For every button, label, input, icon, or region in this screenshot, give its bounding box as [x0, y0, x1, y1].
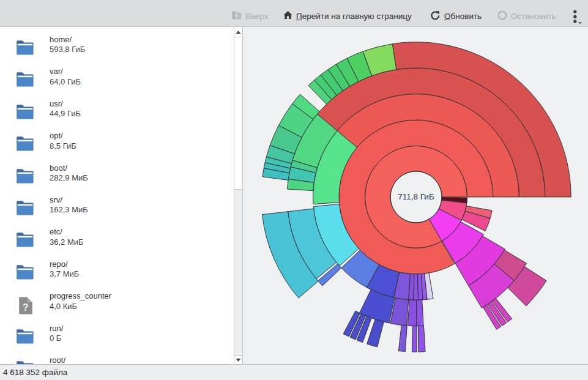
svg-text:711,8 ГиБ: 711,8 ГиБ	[398, 192, 434, 201]
svg-text:?: ?	[23, 302, 29, 312]
